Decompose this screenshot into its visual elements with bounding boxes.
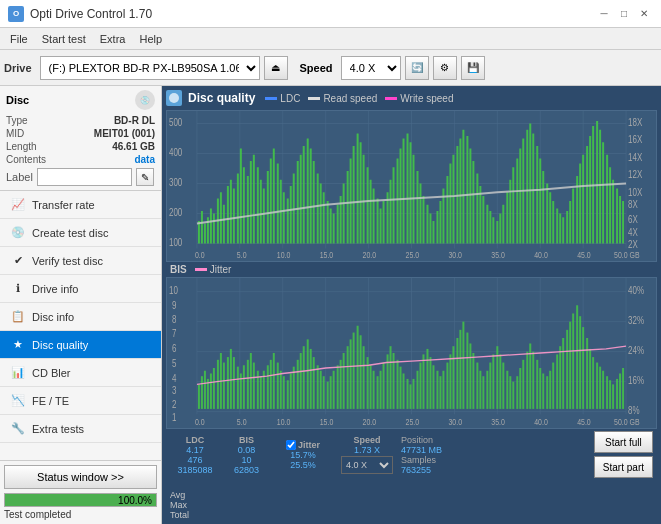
svg-rect-308 <box>592 357 594 409</box>
sidebar-item-disc-quality[interactable]: ★ Disc quality <box>0 331 161 359</box>
svg-rect-302 <box>572 313 574 408</box>
sidebar-item-cd-bler[interactable]: 📊 CD Bler <box>0 359 161 387</box>
svg-rect-125 <box>552 201 554 244</box>
disc-quality-title: Disc quality <box>188 91 255 105</box>
sidebar-item-transfer-rate[interactable]: 📈 Transfer rate <box>0 191 161 219</box>
speed-select-toolbar[interactable]: 4.0 X <box>341 56 401 80</box>
bottom-chart-header: BIS Jitter <box>166 262 657 277</box>
legend-ldc-label: LDC <box>280 93 300 104</box>
disc-quality-icon: ★ <box>10 337 26 353</box>
sidebar-item-fe-te[interactable]: 📉 FE / TE <box>0 387 161 415</box>
svg-rect-145 <box>619 196 621 244</box>
verify-test-disc-label: Verify test disc <box>32 255 103 267</box>
svg-rect-78 <box>397 159 399 244</box>
svg-rect-126 <box>556 209 558 244</box>
disc-info-label: Disc info <box>32 311 74 323</box>
sidebar-item-disc-info[interactable]: 📋 Disc info <box>0 303 161 331</box>
svg-text:5.0: 5.0 <box>237 416 247 427</box>
svg-rect-55 <box>320 184 322 244</box>
svg-rect-307 <box>589 349 591 409</box>
svg-rect-244 <box>380 371 382 409</box>
svg-text:18X: 18X <box>628 117 642 128</box>
sidebar-item-create-test-disc[interactable]: 💿 Create test disc <box>0 219 161 247</box>
svg-rect-248 <box>393 353 395 409</box>
svg-rect-72 <box>377 199 379 244</box>
svg-text:6X: 6X <box>628 215 638 226</box>
svg-rect-138 <box>596 121 598 244</box>
svg-text:15.0: 15.0 <box>320 251 334 261</box>
disc-contents: data <box>134 154 155 165</box>
svg-text:10.0: 10.0 <box>277 416 291 427</box>
menu-start-test[interactable]: Start test <box>36 31 92 47</box>
svg-rect-88 <box>429 214 431 244</box>
create-test-disc-label: Create test disc <box>32 227 108 239</box>
speed-select-bottom[interactable]: 4.0 X <box>341 456 393 474</box>
svg-point-0 <box>169 93 179 103</box>
menu-file[interactable]: File <box>4 31 34 47</box>
svg-rect-114 <box>516 159 518 244</box>
svg-rect-143 <box>612 180 614 244</box>
svg-rect-70 <box>370 180 372 244</box>
svg-rect-221 <box>303 346 305 409</box>
menu-extra[interactable]: Extra <box>94 31 132 47</box>
svg-rect-28 <box>230 180 232 244</box>
svg-rect-193 <box>210 373 212 408</box>
close-button[interactable]: ✕ <box>635 5 653 23</box>
sidebar-item-extra-tests[interactable]: 🔧 Extra tests <box>0 415 161 443</box>
svg-rect-243 <box>377 376 379 409</box>
status-window-button[interactable]: Status window >> <box>4 465 157 489</box>
cd-bler-label: CD Bler <box>32 367 71 379</box>
svg-text:4X: 4X <box>628 227 638 238</box>
svg-rect-311 <box>602 371 604 409</box>
svg-rect-314 <box>612 384 614 409</box>
svg-rect-54 <box>317 174 319 244</box>
sidebar-item-drive-info[interactable]: ℹ Drive info <box>0 275 161 303</box>
bottom-chart-svg: 10 9 8 7 6 5 4 3 2 1 40% 32% 24% 16% 8% … <box>167 278 656 428</box>
jitter-checkbox[interactable] <box>286 440 296 450</box>
svg-rect-275 <box>482 376 484 409</box>
svg-rect-140 <box>602 142 604 243</box>
svg-rect-214 <box>280 371 282 409</box>
top-chart-svg: 500 400 300 200 100 18X 16X 14X 12X 10X … <box>167 111 656 261</box>
disc-label-row: Label ✎ <box>6 168 155 186</box>
svg-rect-53 <box>313 161 315 244</box>
stats-bis-avg: 0.08 <box>238 445 256 455</box>
sidebar-item-verify-test-disc[interactable]: ✔ Verify test disc <box>0 247 161 275</box>
svg-rect-265 <box>449 354 451 409</box>
stats-ldc-col: LDC 4.17 476 3185088 <box>170 435 220 475</box>
svg-rect-241 <box>370 365 372 409</box>
svg-rect-74 <box>383 201 385 244</box>
disc-label-input[interactable] <box>37 168 132 186</box>
refresh-button[interactable]: 🔄 <box>405 56 429 80</box>
legend-read-speed-label: Read speed <box>323 93 377 104</box>
maximize-button[interactable]: □ <box>615 5 633 23</box>
menu-help[interactable]: Help <box>133 31 168 47</box>
svg-rect-46 <box>290 186 292 244</box>
start-part-button[interactable]: Start part <box>594 456 653 478</box>
minimize-button[interactable]: ─ <box>595 5 613 23</box>
status-text: Test completed <box>4 509 157 520</box>
bis-label: BIS <box>170 264 187 275</box>
stats-speed-header: Speed <box>353 435 380 445</box>
save-button[interactable]: 💾 <box>461 56 485 80</box>
drive-select[interactable]: (F:) PLEXTOR BD-R PX-LB950SA 1.06 <box>40 56 260 80</box>
stats-bis-total: 62803 <box>234 465 259 475</box>
svg-rect-40 <box>270 159 272 244</box>
start-full-button[interactable]: Start full <box>594 431 653 453</box>
stats-jitter-max: 25.5% <box>290 460 316 470</box>
settings-button[interactable]: ⚙ <box>433 56 457 80</box>
speed-label: Speed <box>300 62 333 74</box>
eject-button[interactable]: ⏏ <box>264 56 288 80</box>
svg-rect-306 <box>586 338 588 409</box>
stats-jitter-avg: 15.7% <box>290 450 316 460</box>
label-edit-button[interactable]: ✎ <box>136 168 154 186</box>
svg-rect-36 <box>257 167 259 243</box>
stats-jitter-header: Jitter <box>298 440 320 450</box>
svg-text:35.0: 35.0 <box>491 416 505 427</box>
svg-rect-25 <box>220 192 222 243</box>
svg-rect-82 <box>410 142 412 243</box>
svg-rect-295 <box>549 371 551 409</box>
svg-rect-97 <box>459 139 461 244</box>
svg-rect-84 <box>416 171 418 244</box>
svg-text:400: 400 <box>169 147 182 158</box>
